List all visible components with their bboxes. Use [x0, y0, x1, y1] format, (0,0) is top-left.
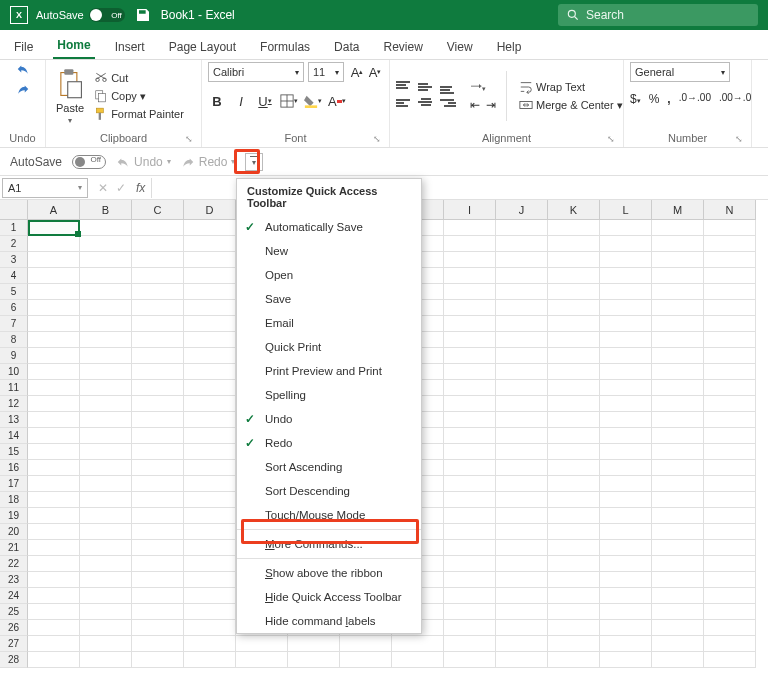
cell[interactable] [652, 444, 704, 460]
qat-menu-item[interactable]: Touch/Mouse Mode [237, 503, 421, 527]
number-format-select[interactable]: General▾ [630, 62, 730, 82]
cell[interactable] [444, 268, 496, 284]
column-header[interactable]: M [652, 200, 704, 220]
align-left-icon[interactable] [396, 98, 412, 112]
cell[interactable] [652, 332, 704, 348]
merge-center-button[interactable]: Merge & Center ▾ [517, 97, 625, 113]
search-box[interactable]: Search [558, 4, 758, 26]
cell[interactable] [132, 300, 184, 316]
cell[interactable] [548, 252, 600, 268]
cell[interactable] [652, 300, 704, 316]
cell[interactable] [444, 524, 496, 540]
cell[interactable] [704, 652, 756, 668]
wrap-text-button[interactable]: Wrap Text [517, 79, 625, 95]
cell[interactable] [548, 652, 600, 668]
cell[interactable] [184, 444, 236, 460]
column-header[interactable]: J [496, 200, 548, 220]
cell[interactable] [704, 300, 756, 316]
column-header[interactable]: I [444, 200, 496, 220]
cell[interactable] [444, 348, 496, 364]
cell[interactable] [704, 332, 756, 348]
cell[interactable] [184, 268, 236, 284]
cell[interactable] [288, 636, 340, 652]
cell[interactable] [444, 620, 496, 636]
cell[interactable] [80, 652, 132, 668]
cell[interactable] [184, 380, 236, 396]
qat-menu-item[interactable]: ✓Undo [237, 407, 421, 431]
cell[interactable] [184, 236, 236, 252]
cell[interactable] [132, 364, 184, 380]
cell[interactable] [132, 316, 184, 332]
row-header[interactable]: 20 [0, 524, 28, 540]
cell[interactable] [444, 476, 496, 492]
cell[interactable] [444, 572, 496, 588]
cell[interactable] [184, 604, 236, 620]
cell[interactable] [496, 524, 548, 540]
font-launcher-icon[interactable]: ⤡ [373, 134, 381, 144]
cell[interactable] [28, 220, 80, 236]
row-header[interactable]: 6 [0, 300, 28, 316]
tab-formulas[interactable]: Formulas [256, 35, 314, 59]
cell[interactable] [28, 300, 80, 316]
cell[interactable] [652, 252, 704, 268]
cell[interactable] [652, 412, 704, 428]
cell[interactable] [184, 556, 236, 572]
cell[interactable] [444, 380, 496, 396]
cell[interactable] [548, 348, 600, 364]
cell[interactable] [704, 524, 756, 540]
cell[interactable] [132, 652, 184, 668]
name-box[interactable]: A1▾ [2, 178, 88, 198]
cell[interactable] [652, 348, 704, 364]
cell[interactable] [132, 236, 184, 252]
cell[interactable] [496, 508, 548, 524]
row-header[interactable]: 15 [0, 444, 28, 460]
qat-menu-more-commands[interactable]: More Commands... [237, 532, 421, 556]
cell[interactable] [288, 652, 340, 668]
cell[interactable] [600, 604, 652, 620]
cell[interactable] [184, 348, 236, 364]
cell[interactable] [184, 364, 236, 380]
cell[interactable] [28, 412, 80, 428]
cell[interactable] [652, 524, 704, 540]
cell[interactable] [80, 364, 132, 380]
underline-button[interactable]: U▾ [256, 92, 274, 110]
cell[interactable] [340, 636, 392, 652]
cell[interactable] [80, 316, 132, 332]
cell[interactable] [184, 316, 236, 332]
cell[interactable] [132, 444, 184, 460]
cell[interactable] [548, 236, 600, 252]
column-header[interactable]: L [600, 200, 652, 220]
cell[interactable] [496, 364, 548, 380]
cell[interactable] [184, 636, 236, 652]
qat-redo-button[interactable]: Redo▾ [181, 155, 236, 169]
tab-review[interactable]: Review [379, 35, 426, 59]
cell[interactable] [548, 588, 600, 604]
cell[interactable] [132, 540, 184, 556]
decrease-indent-icon[interactable]: ⇤ [470, 98, 480, 112]
cell[interactable] [600, 540, 652, 556]
cell[interactable] [496, 236, 548, 252]
cell[interactable] [392, 636, 444, 652]
cell[interactable] [184, 476, 236, 492]
row-header[interactable]: 3 [0, 252, 28, 268]
qat-menu-item[interactable]: Open [237, 263, 421, 287]
cell[interactable] [184, 460, 236, 476]
cell[interactable] [600, 412, 652, 428]
copy-button[interactable]: Copy ▾ [92, 88, 186, 104]
cell[interactable] [28, 588, 80, 604]
cell[interactable] [80, 492, 132, 508]
cell[interactable] [496, 620, 548, 636]
cell[interactable] [600, 444, 652, 460]
cell[interactable] [496, 460, 548, 476]
tab-page-layout[interactable]: Page Layout [165, 35, 240, 59]
cell[interactable] [184, 220, 236, 236]
cell[interactable] [80, 428, 132, 444]
cell[interactable] [444, 508, 496, 524]
increase-font-icon[interactable]: A▴ [348, 63, 366, 81]
cell[interactable] [80, 540, 132, 556]
column-header[interactable]: D [184, 200, 236, 220]
cell[interactable] [496, 588, 548, 604]
qat-menu-item[interactable]: ✓Redo [237, 431, 421, 455]
cell[interactable] [600, 460, 652, 476]
row-header[interactable]: 4 [0, 268, 28, 284]
